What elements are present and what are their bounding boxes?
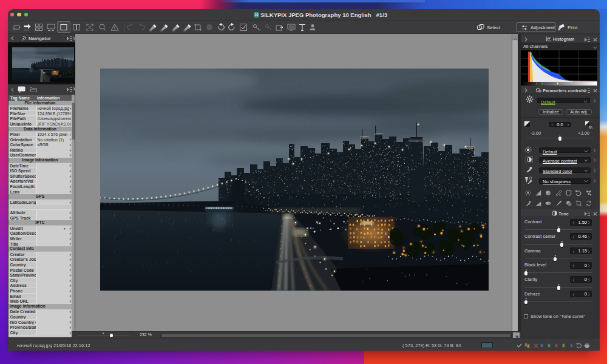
svg-text:EV: EV <box>589 125 593 129</box>
